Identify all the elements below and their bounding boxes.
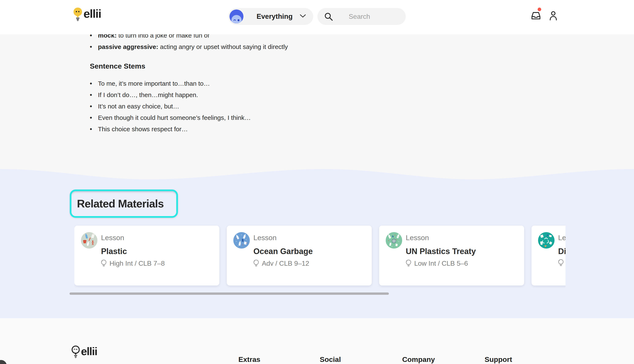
card-type-label: Le [558,234,565,242]
person-icon [549,11,557,21]
related-card-plastic[interactable]: Lesson Plastic High Int / CLB 7–8 [74,226,219,286]
card-type-label: Lesson [101,234,165,242]
card-level: Adv / CLB 9–12 [262,259,309,268]
carousel-track: Lesson Plastic High Int / CLB 7–8 [74,224,565,286]
lesson-thumbnail-ocean-garbage [233,232,250,248]
mascot-avatar-icon [230,10,244,24]
footer-heading-social: Social [320,355,341,364]
related-card-un-plastics-treaty[interactable]: Lesson UN Plastics Treaty Low Int / CLB … [379,226,524,286]
stem-item: This choice shows respect for… [90,124,296,135]
lesson-content: mock: to turn into a joke or make fun of… [90,30,296,135]
card-title: Plastic [101,246,165,256]
stem-item: It’s not an easy choice, but… [90,101,296,112]
logo-wordmark: ellii [84,7,101,20]
related-card-ocean-garbage[interactable]: Lesson Ocean Garbage Adv / CLB 9–12 [227,226,372,286]
card-title: Ocean Garbage [253,246,313,256]
content-type-selected-value: Everything [257,12,293,20]
page: ellii Everything [0,0,634,364]
lesson-thumbnail-plastic [81,232,97,248]
top-navbar: ellii Everything [0,0,634,34]
sentence-stems-heading: Sentence Stems [90,62,296,71]
lightbulb-logo-icon [73,7,83,21]
lightbulb-logo-icon-dark [71,345,80,359]
level-bulb-icon [253,260,259,267]
footer-heading-support: Support [485,355,512,364]
card-type-label: Lesson [406,234,476,242]
card-type-label: Lesson [253,234,313,242]
ellii-logo[interactable]: ellii [73,7,101,21]
footer-logo-wordmark: ellii [81,345,97,358]
related-card-partial[interactable]: Le Di [531,226,565,286]
level-bulb-icon [406,260,411,267]
chevron-down-icon [300,14,306,19]
account-button[interactable] [549,11,557,21]
stem-item: If I don’t do…, then…might happen. [90,89,296,101]
stem-item: Even though it could hurt someone’s feel… [90,112,296,124]
search-bar [317,8,406,25]
vocab-item: passive aggressive: acting angry or upse… [90,41,296,52]
card-level: High Int / CLB 7–8 [109,259,165,268]
lesson-thumbnail-partial [538,232,555,248]
level-bulb-icon [101,260,107,267]
related-materials-highlight-annotation: Related Materials [70,190,178,218]
search-input[interactable] [317,8,406,25]
card-title: UN Plastics Treaty [406,246,476,256]
lesson-thumbnail-un-plastics-treaty [386,232,402,248]
footer-heading-company: Company [402,355,435,364]
notification-dot [538,8,541,11]
wave-divider [0,169,634,179]
inbox-button[interactable] [531,12,541,21]
card-level: Low Int / CLB 5–6 [414,259,468,268]
level-bulb-icon [558,259,564,267]
card-title: Di [558,246,565,256]
footer-heading-extras: Extras [238,355,260,364]
stem-item: To me, it’s more important to…than to… [90,78,296,89]
sentence-stems-list: To me, it’s more important to…than to… I… [90,78,296,135]
inbox-icon [531,12,541,20]
content-type-dropdown[interactable]: Everything [228,8,313,25]
footer-ellii-logo[interactable]: ellii [71,345,97,359]
related-materials-title: Related Materials [71,197,164,210]
carousel-scrollbar-thumb[interactable] [70,292,389,295]
related-materials-carousel: Lesson Plastic High Int / CLB 7–8 [74,224,565,288]
